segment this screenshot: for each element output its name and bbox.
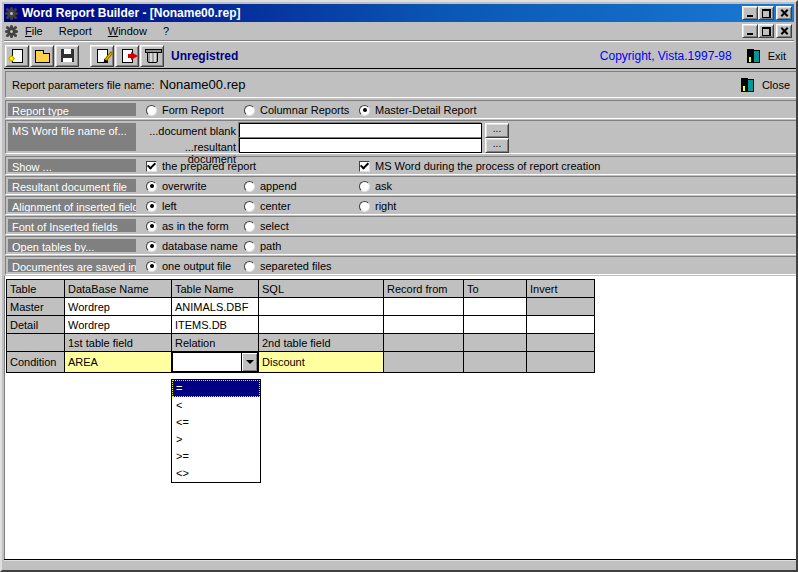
documents-saved-row: Documentes are saved in... one output fi… — [5, 256, 797, 275]
radio-icon — [244, 221, 255, 232]
show-label: Show ... — [8, 159, 136, 172]
master-invert-cell[interactable] — [527, 298, 595, 316]
tables-grid-area: Table DataBase Name Table Name SQL Recor… — [4, 276, 798, 561]
radio-separated-files[interactable]: separeted files — [244, 260, 332, 272]
checkbox-prepared-report[interactable]: the prepared report — [146, 160, 256, 172]
radio-database-name[interactable]: database name — [146, 240, 238, 252]
minimize-button[interactable] — [742, 6, 758, 20]
radio-master-detail-report[interactable]: Master-Detail Report — [359, 104, 476, 116]
detail-to-cell[interactable] — [464, 316, 527, 334]
restore-button[interactable] — [758, 6, 774, 20]
detail-invert-cell[interactable] — [527, 316, 595, 334]
header-to: To — [464, 280, 527, 298]
radio-font-select[interactable]: select — [244, 220, 289, 232]
detail-sql-cell[interactable] — [259, 316, 384, 334]
grid-header-row: Table DataBase Name Table Name SQL Recor… — [7, 280, 595, 298]
condition-first-field-cell[interactable]: AREA — [65, 352, 172, 373]
window-title: Word Report Builder - [Noname00.rep] — [22, 6, 240, 20]
run-report-button[interactable] — [115, 45, 139, 67]
report-builder-form: Report parameters file name: Noname00.re… — [4, 68, 798, 572]
close-button[interactable] — [776, 6, 792, 20]
combobox-dropdown-button[interactable] — [241, 353, 257, 371]
subheader-first-table-field: 1st table field — [65, 334, 172, 352]
detail-database-cell[interactable]: Wordrep — [65, 316, 172, 334]
radio-columnar-reports[interactable]: Columnar Reports — [244, 104, 349, 116]
relation-combobox[interactable] — [172, 352, 258, 372]
master-table-cell[interactable]: ANIMALS.DBF — [172, 298, 259, 316]
browse-blank-button[interactable]: ... — [485, 123, 509, 138]
dropdown-option-less-than[interactable]: < — [172, 397, 260, 414]
save-report-button[interactable] — [55, 45, 79, 67]
radio-label: right — [375, 200, 396, 212]
exit-label: Exit — [768, 50, 786, 62]
minimize-icon — [747, 15, 753, 17]
radio-ask[interactable]: ask — [359, 180, 392, 192]
detail-record-from-cell[interactable] — [384, 316, 464, 334]
condition-second-field-cell[interactable]: Discount — [259, 352, 384, 373]
exit-button[interactable]: Exit — [746, 48, 786, 64]
radio-font-as-in-form[interactable]: as in the form — [146, 220, 229, 232]
open-report-button[interactable] — [30, 45, 54, 67]
dropdown-option-equals[interactable]: = — [172, 380, 260, 397]
header-table: Table — [7, 280, 65, 298]
radio-icon — [146, 241, 157, 252]
browse-resultant-button[interactable]: ... — [485, 138, 509, 153]
detail-row-label: Detail — [7, 316, 65, 334]
dropdown-option-greater-than[interactable]: > — [172, 431, 260, 448]
radio-label: one output file — [162, 260, 231, 272]
new-report-button[interactable] — [5, 45, 29, 67]
edit-report-button[interactable] — [90, 45, 114, 67]
menu-help[interactable]: ? — [155, 23, 177, 39]
app-window: Word Report Builder - [Noname00.rep] Fil… — [0, 0, 798, 572]
copyright-text: Copyright, Vista.1997-98 — [600, 49, 732, 63]
radio-align-left[interactable]: left — [146, 200, 177, 212]
menu-window[interactable]: Window — [100, 23, 155, 39]
radio-align-center[interactable]: center — [244, 200, 291, 212]
subheader-empty-cell — [527, 334, 595, 352]
show-row: Show ... the prepared report MS Word dur… — [5, 156, 797, 175]
detail-row: Detail Wordrep ITEMS.DB — [7, 316, 595, 334]
radio-append[interactable]: append — [244, 180, 297, 192]
radio-label: as in the form — [162, 220, 229, 232]
relation-combobox-value — [173, 353, 241, 371]
menu-file[interactable]: File — [17, 23, 51, 39]
status-bar — [4, 560, 798, 572]
restore-icon — [762, 27, 771, 36]
save-icon — [61, 49, 74, 62]
radio-one-output-file[interactable]: one output file — [146, 260, 231, 272]
detail-table-cell[interactable]: ITEMS.DB — [172, 316, 259, 334]
radio-overwrite[interactable]: overwrite — [146, 180, 207, 192]
condition-relation-cell — [172, 352, 259, 373]
radio-align-right[interactable]: right — [359, 200, 396, 212]
minimize-icon — [747, 33, 753, 35]
dropdown-option-not-equal[interactable]: <> — [172, 465, 260, 482]
radio-icon — [244, 181, 255, 192]
document-blank-label: ...document blank — [136, 125, 236, 137]
master-database-cell[interactable]: Wordrep — [65, 298, 172, 316]
resultant-document-input[interactable] — [239, 138, 482, 153]
dropdown-option-less-equal[interactable]: <= — [172, 414, 260, 431]
mdi-minimize-button[interactable] — [742, 24, 758, 38]
close-report-button[interactable]: Close — [740, 77, 790, 93]
subheader-empty-cell — [384, 334, 464, 352]
header-sql: SQL — [259, 280, 384, 298]
radio-label: center — [260, 200, 291, 212]
app-gear-icon[interactable] — [6, 8, 17, 19]
master-record-from-cell[interactable] — [384, 298, 464, 316]
dropdown-option-greater-equal[interactable]: >= — [172, 448, 260, 465]
master-sql-cell[interactable] — [259, 298, 384, 316]
mdi-close-button[interactable] — [776, 24, 792, 38]
radio-form-report[interactable]: Form Report — [146, 104, 224, 116]
mdi-restore-button[interactable] — [758, 24, 774, 38]
radio-path[interactable]: path — [244, 240, 281, 252]
mdi-child-gear-icon[interactable] — [6, 26, 17, 37]
close-door-icon — [740, 77, 756, 93]
menu-report[interactable]: Report — [51, 23, 100, 39]
radio-label: left — [162, 200, 177, 212]
master-to-cell[interactable] — [464, 298, 527, 316]
delete-report-button[interactable] — [140, 45, 164, 67]
close-icon — [780, 27, 789, 36]
document-blank-input[interactable] — [239, 123, 482, 138]
checkbox-msword-during-creation[interactable]: MS Word during the process of report cre… — [359, 160, 600, 172]
report-parameters-filename: Noname00.rep — [159, 77, 245, 92]
